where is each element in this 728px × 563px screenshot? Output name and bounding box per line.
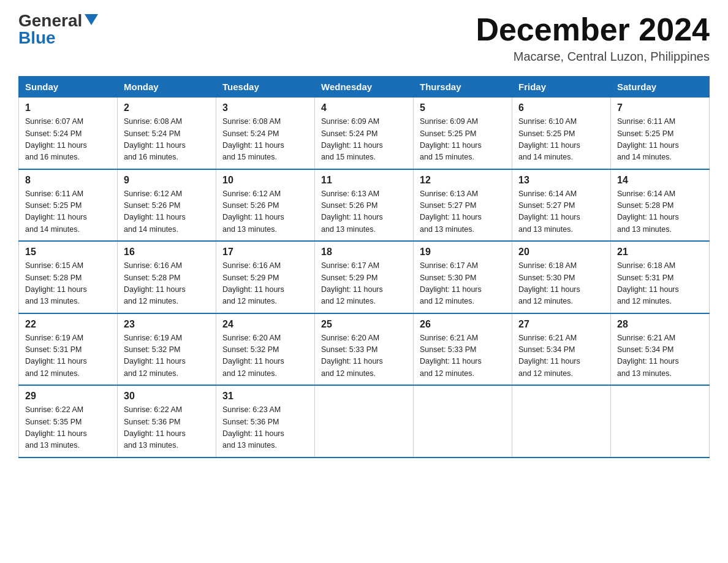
sunrise-label: Sunrise: 6:18 AM [617, 261, 675, 270]
daylight-label: Daylight: 11 hours [124, 285, 186, 294]
day-info: Sunrise: 6:07 AM Sunset: 5:24 PM Dayligh… [25, 116, 111, 164]
calendar-cell: 28 Sunrise: 6:21 AM Sunset: 5:34 PM Dayl… [611, 313, 710, 386]
calendar-cell: 19 Sunrise: 6:17 AM Sunset: 5:30 PM Dayl… [414, 241, 512, 313]
daylight-minutes: and 13 minutes. [222, 225, 277, 234]
sunrise-label: Sunrise: 6:20 AM [222, 334, 281, 342]
daylight-label: Daylight: 11 hours [25, 141, 87, 150]
day-number: 24 [222, 319, 308, 330]
day-number: 22 [25, 319, 111, 330]
sunset-label: Sunset: 5:28 PM [25, 274, 82, 282]
sunrise-label: Sunrise: 6:08 AM [222, 117, 281, 126]
calendar-cell: 8 Sunrise: 6:11 AM Sunset: 5:25 PM Dayli… [19, 169, 118, 242]
day-info: Sunrise: 6:22 AM Sunset: 5:35 PM Dayligh… [25, 404, 111, 452]
day-number: 8 [25, 175, 111, 186]
day-info: Sunrise: 6:17 AM Sunset: 5:29 PM Dayligh… [321, 260, 407, 308]
day-info: Sunrise: 6:18 AM Sunset: 5:31 PM Dayligh… [617, 260, 703, 308]
location-subtitle: Macarse, Central Luzon, Philippines [476, 50, 710, 64]
calendar-week-row: 1 Sunrise: 6:07 AM Sunset: 5:24 PM Dayli… [19, 98, 710, 169]
sunrise-label: Sunrise: 6:22 AM [25, 405, 83, 414]
calendar-cell: 4 Sunrise: 6:09 AM Sunset: 5:24 PM Dayli… [315, 98, 414, 169]
daylight-minutes: and 13 minutes. [124, 441, 178, 450]
calendar-cell [414, 385, 512, 458]
day-info: Sunrise: 6:10 AM Sunset: 5:25 PM Dayligh… [518, 116, 604, 164]
daylight-label: Daylight: 11 hours [321, 285, 383, 294]
day-of-week-header: Sunday [19, 77, 118, 98]
daylight-minutes: and 14 minutes. [25, 225, 80, 234]
daylight-minutes: and 13 minutes. [222, 441, 277, 450]
daylight-minutes: and 13 minutes. [321, 225, 376, 234]
calendar-cell: 17 Sunrise: 6:16 AM Sunset: 5:29 PM Dayl… [216, 241, 315, 313]
daylight-minutes: and 12 minutes. [321, 297, 376, 305]
sunset-label: Sunset: 5:34 PM [617, 345, 673, 354]
daylight-label: Daylight: 11 hours [25, 429, 87, 438]
day-of-week-header: Wednesday [315, 77, 414, 98]
daylight-label: Daylight: 11 hours [25, 285, 87, 294]
daylight-minutes: and 12 minutes. [321, 369, 376, 378]
daylight-minutes: and 13 minutes. [25, 441, 80, 450]
header-right: December 2024 Macarse, Central Luzon, Ph… [476, 12, 710, 64]
sunset-label: Sunset: 5:25 PM [420, 129, 476, 138]
daylight-label: Daylight: 11 hours [321, 357, 383, 366]
day-info: Sunrise: 6:08 AM Sunset: 5:24 PM Dayligh… [222, 116, 308, 164]
calendar-header-row: SundayMondayTuesdayWednesdayThursdayFrid… [19, 77, 710, 98]
calendar-cell: 6 Sunrise: 6:10 AM Sunset: 5:25 PM Dayli… [512, 98, 611, 169]
sunset-label: Sunset: 5:32 PM [222, 345, 279, 354]
day-number: 9 [124, 175, 210, 186]
sunrise-label: Sunrise: 6:19 AM [25, 334, 83, 342]
daylight-label: Daylight: 11 hours [617, 285, 679, 294]
daylight-minutes: and 13 minutes. [617, 225, 672, 234]
day-number: 16 [124, 247, 210, 258]
sunset-label: Sunset: 5:28 PM [617, 201, 673, 210]
calendar-cell: 2 Sunrise: 6:08 AM Sunset: 5:24 PM Dayli… [118, 98, 216, 169]
day-info: Sunrise: 6:19 AM Sunset: 5:31 PM Dayligh… [25, 332, 111, 380]
sunrise-label: Sunrise: 6:13 AM [420, 190, 478, 198]
daylight-label: Daylight: 11 hours [124, 213, 186, 221]
sunset-label: Sunset: 5:27 PM [518, 201, 575, 210]
sunrise-label: Sunrise: 6:07 AM [25, 117, 83, 126]
sunrise-label: Sunrise: 6:15 AM [25, 261, 83, 270]
daylight-label: Daylight: 11 hours [617, 141, 679, 150]
sunset-label: Sunset: 5:26 PM [321, 201, 377, 210]
day-number: 2 [124, 102, 210, 113]
day-number: 20 [518, 247, 604, 258]
daylight-minutes: and 16 minutes. [25, 153, 80, 161]
daylight-label: Daylight: 11 hours [321, 213, 383, 221]
day-info: Sunrise: 6:16 AM Sunset: 5:29 PM Dayligh… [222, 260, 308, 308]
daylight-label: Daylight: 11 hours [420, 285, 482, 294]
daylight-minutes: and 12 minutes. [420, 297, 474, 305]
day-number: 1 [25, 102, 111, 113]
day-info: Sunrise: 6:15 AM Sunset: 5:28 PM Dayligh… [25, 260, 111, 308]
calendar-cell: 21 Sunrise: 6:18 AM Sunset: 5:31 PM Dayl… [611, 241, 710, 313]
day-info: Sunrise: 6:19 AM Sunset: 5:32 PM Dayligh… [124, 332, 210, 380]
daylight-minutes: and 13 minutes. [617, 369, 672, 378]
day-info: Sunrise: 6:16 AM Sunset: 5:28 PM Dayligh… [124, 260, 210, 308]
sunset-label: Sunset: 5:30 PM [518, 274, 575, 282]
day-number: 13 [518, 175, 604, 186]
daylight-minutes: and 12 minutes. [518, 369, 573, 378]
daylight-label: Daylight: 11 hours [222, 357, 284, 366]
sunrise-label: Sunrise: 6:16 AM [222, 261, 281, 270]
day-info: Sunrise: 6:20 AM Sunset: 5:32 PM Dayligh… [222, 332, 308, 380]
day-of-week-header: Thursday [414, 77, 512, 98]
daylight-label: Daylight: 11 hours [420, 141, 482, 150]
day-number: 4 [321, 102, 407, 113]
sunset-label: Sunset: 5:24 PM [321, 129, 377, 138]
page-header: General Blue December 2024 Macarse, Cent… [18, 12, 710, 64]
sunset-label: Sunset: 5:24 PM [25, 129, 82, 138]
month-year-title: December 2024 [476, 12, 710, 47]
day-info: Sunrise: 6:08 AM Sunset: 5:24 PM Dayligh… [124, 116, 210, 164]
calendar-cell: 24 Sunrise: 6:20 AM Sunset: 5:32 PM Dayl… [216, 313, 315, 386]
day-info: Sunrise: 6:21 AM Sunset: 5:33 PM Dayligh… [420, 332, 506, 380]
day-info: Sunrise: 6:13 AM Sunset: 5:27 PM Dayligh… [420, 188, 506, 236]
daylight-minutes: and 16 minutes. [124, 153, 178, 161]
svg-marker-0 [85, 14, 98, 25]
daylight-label: Daylight: 11 hours [518, 141, 580, 150]
calendar-week-row: 8 Sunrise: 6:11 AM Sunset: 5:25 PM Dayli… [19, 169, 710, 242]
sunset-label: Sunset: 5:28 PM [124, 274, 180, 282]
daylight-label: Daylight: 11 hours [222, 285, 284, 294]
sunset-label: Sunset: 5:30 PM [420, 274, 476, 282]
calendar-cell [315, 385, 414, 458]
calendar-cell [611, 385, 710, 458]
sunset-label: Sunset: 5:26 PM [222, 201, 279, 210]
calendar-cell [512, 385, 611, 458]
